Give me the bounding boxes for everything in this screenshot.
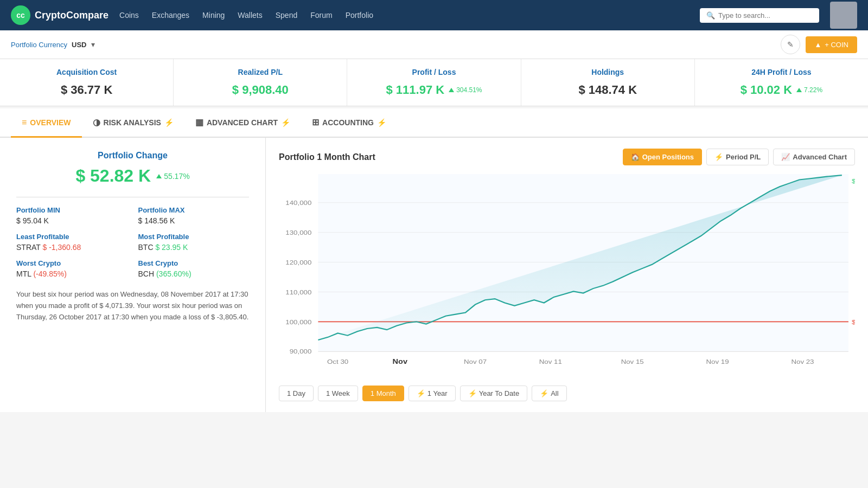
triangle-up-icon-2 — [796, 88, 802, 92]
stat-value-0: $ 36.77 K — [61, 83, 112, 97]
currency-dropdown[interactable]: ▾ — [91, 40, 95, 49]
portfolio-max-label: Portfolio MAX — [138, 206, 250, 214]
time-range-buttons: 1 Day 1 Week 1 Month ⚡ 1 Year ⚡ Year To … — [279, 386, 855, 401]
nav-forum[interactable]: Forum — [310, 11, 332, 20]
period-pl-button[interactable]: ⚡ Period P/L — [706, 149, 769, 165]
least-profitable-value: STRAT $ -1,360.68 — [16, 243, 127, 252]
nav-exchanges[interactable]: Exchanges — [152, 11, 189, 20]
portfolio-min: Portfolio MIN $ 95.04 K — [16, 206, 127, 225]
portfolio-max: Portfolio MAX $ 148.56 K — [138, 206, 250, 225]
time-btn-all[interactable]: ⚡ All — [532, 386, 566, 401]
nav-wallets[interactable]: Wallets — [238, 11, 262, 20]
flash-icon-accounting: ⚡ — [377, 118, 386, 127]
worst-crypto-value: MTL (-49.85%) — [16, 269, 127, 278]
navbar: cc CryptoCompare Coins Exchanges Mining … — [0, 0, 868, 30]
stat-title-4: 24H Profit / Loss — [708, 68, 855, 76]
nav-portfolio[interactable]: Portfolio — [346, 11, 373, 20]
portfolio-min-value: $ 95.04 K — [16, 216, 127, 225]
search-icon: 🔍 — [706, 11, 715, 20]
best-crypto-value: BCH (365.60%) — [138, 269, 250, 278]
best-crypto-label: Best Crypto — [138, 259, 250, 267]
advanced-chart-button[interactable]: 📈 Advanced Chart — [773, 149, 855, 165]
most-profitable: Most Profitable BTC $ 23.95 K — [138, 233, 250, 252]
portfolio-chart-svg: 90,000 100,000 110,000 120,000 130,000 1… — [279, 174, 855, 380]
flash-period-icon: ⚡ — [714, 153, 723, 161]
worst-crypto-label: Worst Crypto — [16, 259, 127, 267]
left-panel: Portfolio Change $ 52.82 K 55.17% Portfo… — [0, 138, 266, 412]
right-panel: Portfolio 1 Month Chart 🏠 Open Positions… — [266, 138, 868, 412]
stat-value-1: $ 9,908.40 — [232, 83, 289, 97]
portfolio-max-value: $ 148.56 K — [138, 216, 250, 225]
time-btn-1week[interactable]: 1 Week — [318, 386, 358, 401]
y-label-3: 120,000 — [285, 259, 311, 266]
portfolio-min-label: Portfolio MIN — [16, 206, 127, 214]
flash-icon-year: ⚡ — [417, 389, 425, 397]
y-label-0: 90,000 — [290, 348, 312, 355]
stat-value-4: $ 10.02 K — [741, 83, 792, 97]
nav-spend[interactable]: Spend — [276, 11, 297, 20]
stat-24h-profit-loss: 24H Profit / Loss $ 10.02 K 7.22% — [695, 59, 868, 106]
chart-icon: ▦ — [195, 117, 203, 127]
least-profitable: Least Profitable STRAT $ -1,360.68 — [16, 233, 127, 252]
time-btn-1day[interactable]: 1 Day — [279, 386, 314, 401]
x-label-3: Nov 11 — [539, 358, 562, 365]
portfolio-change-pct: 55.17% — [156, 172, 189, 181]
tabs-bar: ≡ OVERVIEW ◑ RISK ANALYSIS ⚡ ▦ ADVANCED … — [0, 108, 868, 138]
portfolio-stats-grid: Portfolio MIN $ 95.04 K Portfolio MAX $ … — [16, 206, 249, 278]
add-coin-icon: ▲ — [814, 41, 821, 49]
stat-pct-2: 304.51% — [449, 86, 482, 94]
chart-area: 90,000 100,000 110,000 120,000 130,000 1… — [279, 174, 855, 380]
x-label-0: Oct 30 — [327, 358, 348, 365]
time-btn-ytd[interactable]: ⚡ Year To Date — [460, 386, 527, 401]
stat-holdings: Holdings $ 148.74 K — [521, 59, 695, 106]
currency-value: USD — [72, 41, 86, 49]
flash-icon-all: ⚡ — [540, 389, 548, 397]
edit-button[interactable]: ✎ — [781, 35, 800, 54]
stat-realized-pl: Realized P/L $ 9,908.40 — [174, 59, 347, 106]
max-label: $ 148.56 K — [852, 178, 855, 185]
nav-coins[interactable]: Coins — [119, 11, 139, 20]
time-btn-1month[interactable]: 1 Month — [362, 386, 404, 401]
chart-title: Portfolio 1 Month Chart — [279, 152, 375, 162]
stat-title-2: Profit / Loss — [360, 68, 507, 76]
flash-icon-ytd: ⚡ — [468, 389, 477, 397]
tab-risk-analysis[interactable]: ◑ RISK ANALYSIS ⚡ — [82, 108, 184, 138]
stat-profit-loss: Profit / Loss $ 111.97 K 304.51% — [347, 59, 521, 106]
y-label-4: 130,000 — [285, 229, 311, 236]
x-label-5: Nov 19 — [706, 358, 729, 365]
risk-icon: ◑ — [93, 117, 100, 127]
open-positions-button[interactable]: 🏠 Open Positions — [623, 149, 702, 165]
search-input[interactable] — [718, 11, 813, 20]
most-profitable-label: Most Profitable — [138, 233, 250, 241]
logo-icon: cc — [11, 5, 30, 25]
nav-mining[interactable]: Mining — [202, 11, 225, 20]
stat-title-0: Acquisition Cost — [13, 68, 160, 76]
portfolio-change-title: Portfolio Change — [16, 151, 249, 160]
y-label-1: 100,000 — [285, 318, 311, 325]
time-btn-1year[interactable]: ⚡ 1 Year — [409, 386, 456, 401]
tab-advanced-chart[interactable]: ▦ ADVANCED CHART ⚡ — [184, 108, 301, 138]
accounting-icon: ⊞ — [312, 117, 319, 127]
stat-value-2: $ 111.97 K — [386, 83, 445, 97]
portfolio-currency-label: Portfolio Currency — [11, 41, 67, 49]
stat-title-3: Holdings — [534, 68, 681, 76]
logo[interactable]: cc CryptoCompare — [11, 5, 108, 25]
y-label-2: 110,000 — [285, 288, 311, 296]
positions-icon: 🏠 — [631, 153, 640, 161]
x-label-4: Nov 15 — [621, 358, 644, 365]
triangle-up-portfolio — [156, 174, 162, 178]
tab-accounting[interactable]: ⊞ ACCOUNTING ⚡ — [301, 108, 397, 138]
most-profitable-value: BTC $ 23.95 K — [138, 243, 250, 252]
min-label: $ 95.04 K — [852, 318, 855, 325]
avatar[interactable] — [830, 2, 857, 29]
y-label-5: 140,000 — [285, 200, 311, 207]
tab-overview[interactable]: ≡ OVERVIEW — [11, 108, 82, 138]
chart-adv-icon: 📈 — [781, 153, 790, 161]
portfolio-change-value-row: $ 52.82 K 55.17% — [16, 166, 249, 186]
analysis-text: Your best six hour period was on Wednesd… — [16, 289, 249, 323]
x-label-6: Nov 23 — [791, 358, 814, 365]
stats-row: Acquisition Cost $ 36.77 K Realized P/L … — [0, 59, 868, 106]
main-content: Portfolio Change $ 52.82 K 55.17% Portfo… — [0, 138, 868, 412]
stat-title-1: Realized P/L — [187, 68, 334, 76]
add-coin-button[interactable]: ▲ + COIN — [806, 36, 857, 53]
